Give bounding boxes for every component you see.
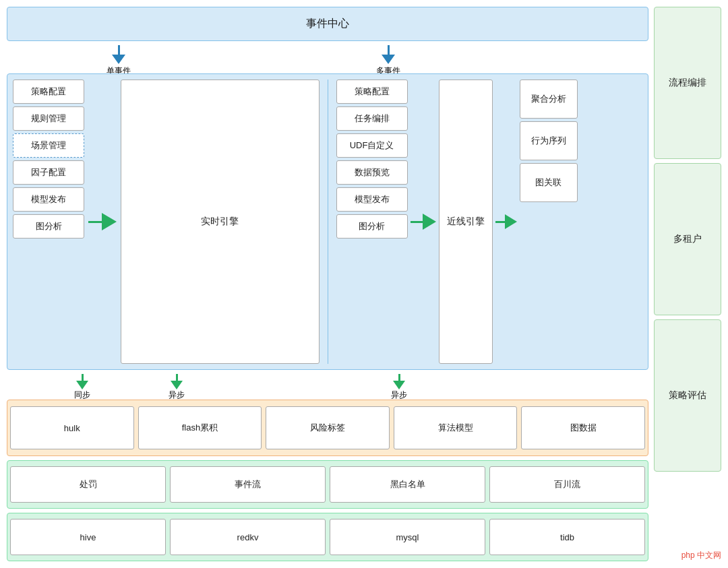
- orange-item-3: 算法模型: [394, 406, 518, 449]
- middle-panel: 策略配置 任务编排 UDF自定义 数据预览 模型发布 图分析: [336, 80, 408, 364]
- right-sidebar: 流程编排 多租户 策略评估 php 中文网: [654, 7, 721, 561]
- single-event-area: 策略配置 规则管理 场景管理 因子配置 模型发布 图分析: [13, 80, 320, 364]
- event-center-label: 事件中心: [306, 18, 349, 29]
- green2-item-2: mysql: [330, 519, 485, 555]
- middle-panel-item-0: 策略配置: [336, 80, 408, 104]
- green-section-1: 处罚 事件流 黑白名单 百川流: [7, 460, 648, 509]
- middle-panel-item-3: 数据预览: [336, 160, 408, 185]
- realtime-engine-box: 实时引擎: [121, 80, 320, 364]
- arrow-to-realtime: [88, 80, 117, 364]
- left-panel-item-2: 场景管理: [13, 133, 84, 158]
- green2-item-3: tidb: [489, 519, 645, 555]
- middle-panel-item-4: 模型发布: [336, 187, 408, 212]
- sidebar-item-strategy-eval[interactable]: 策略评估: [654, 319, 721, 472]
- orange-item-1: flash累积: [138, 406, 262, 449]
- blue-section: 策略配置 规则管理 场景管理 因子配置 模型发布 图分析: [7, 73, 648, 370]
- orange-item-2: 风险标签: [266, 406, 390, 449]
- sidebar-item-multitenant[interactable]: 多租户: [654, 163, 721, 315]
- watermark: php 中文网: [681, 550, 721, 561]
- left-content: 事件中心 单事件 多事件: [7, 7, 648, 561]
- green1-item-2: 黑白名单: [330, 466, 485, 503]
- sidebar-item-workflow[interactable]: 流程编排: [654, 7, 721, 159]
- left-panel-item-0: 策略配置: [13, 80, 84, 104]
- green2-item-0: hive: [10, 519, 166, 555]
- right-panel-item-0: 聚合分析: [520, 80, 578, 119]
- middle-panel-item-2: UDF自定义: [336, 133, 408, 158]
- green1-item-1: 事件流: [170, 466, 326, 503]
- green-section-2: hive redkv mysql tidb: [7, 513, 648, 561]
- arrow-to-nearline: [411, 80, 436, 364]
- green1-item-3: 百川流: [489, 466, 645, 503]
- green1-item-0: 处罚: [10, 466, 166, 503]
- left-panel-item-5: 图分析: [13, 214, 84, 239]
- middle-panel-item-5: 图分析: [336, 214, 408, 239]
- nearline-engine-box: 近线引擎: [439, 80, 493, 364]
- orange-section: hulk flash累积 风险标签 算法模型 图数据: [7, 400, 648, 456]
- arrow-to-right-panel: [495, 80, 517, 364]
- left-panel-item-4: 模型发布: [13, 187, 84, 212]
- orange-item-0: hulk: [10, 406, 134, 449]
- green2-item-1: redkv: [170, 519, 326, 555]
- left-panel: 策略配置 规则管理 场景管理 因子配置 模型发布 图分析: [13, 80, 84, 364]
- middle-panel-item-1: 任务编排: [336, 106, 408, 131]
- right-analysis-panel: 聚合分析 行为序列 图关联: [520, 80, 578, 364]
- orange-item-4: 图数据: [521, 406, 645, 449]
- event-center-box: 事件中心: [7, 7, 648, 41]
- multi-event-area: 策略配置 任务编排 UDF自定义 数据预览 模型发布 图分析: [336, 80, 643, 364]
- right-panel-item-1: 行为序列: [520, 121, 578, 160]
- left-panel-item-3: 因子配置: [13, 160, 84, 185]
- left-panel-item-1: 规则管理: [13, 106, 84, 131]
- main-container: 事件中心 单事件 多事件: [0, 0, 728, 568]
- right-panel-item-2: 图关联: [520, 163, 578, 202]
